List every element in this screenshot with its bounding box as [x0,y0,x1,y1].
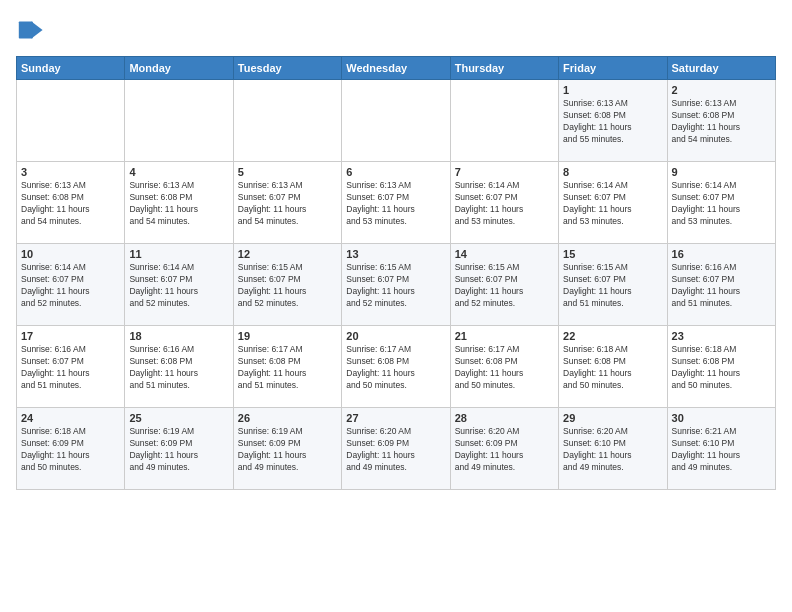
calendar-cell: 10Sunrise: 6:14 AM Sunset: 6:07 PM Dayli… [17,244,125,326]
day-number: 13 [346,248,445,260]
day-number: 19 [238,330,337,342]
calendar-cell: 27Sunrise: 6:20 AM Sunset: 6:09 PM Dayli… [342,408,450,490]
day-number: 11 [129,248,228,260]
day-info: Sunrise: 6:14 AM Sunset: 6:07 PM Dayligh… [129,262,228,310]
day-number: 5 [238,166,337,178]
calendar-cell [17,80,125,162]
day-info: Sunrise: 6:15 AM Sunset: 6:07 PM Dayligh… [563,262,662,310]
calendar-table: SundayMondayTuesdayWednesdayThursdayFrid… [16,56,776,490]
calendar-cell: 20Sunrise: 6:17 AM Sunset: 6:08 PM Dayli… [342,326,450,408]
day-number: 26 [238,412,337,424]
day-info: Sunrise: 6:20 AM Sunset: 6:09 PM Dayligh… [455,426,554,474]
day-number: 8 [563,166,662,178]
day-info: Sunrise: 6:16 AM Sunset: 6:07 PM Dayligh… [672,262,771,310]
day-number: 7 [455,166,554,178]
calendar-week-2: 3Sunrise: 6:13 AM Sunset: 6:08 PM Daylig… [17,162,776,244]
day-info: Sunrise: 6:14 AM Sunset: 6:07 PM Dayligh… [455,180,554,228]
calendar-cell: 14Sunrise: 6:15 AM Sunset: 6:07 PM Dayli… [450,244,558,326]
day-info: Sunrise: 6:18 AM Sunset: 6:08 PM Dayligh… [563,344,662,392]
day-number: 3 [21,166,120,178]
day-info: Sunrise: 6:16 AM Sunset: 6:07 PM Dayligh… [21,344,120,392]
day-number: 22 [563,330,662,342]
day-number: 29 [563,412,662,424]
day-info: Sunrise: 6:17 AM Sunset: 6:08 PM Dayligh… [238,344,337,392]
day-info: Sunrise: 6:17 AM Sunset: 6:08 PM Dayligh… [455,344,554,392]
day-info: Sunrise: 6:14 AM Sunset: 6:07 PM Dayligh… [21,262,120,310]
day-info: Sunrise: 6:14 AM Sunset: 6:07 PM Dayligh… [563,180,662,228]
day-number: 18 [129,330,228,342]
calendar-cell: 3Sunrise: 6:13 AM Sunset: 6:08 PM Daylig… [17,162,125,244]
day-number: 4 [129,166,228,178]
calendar-cell: 4Sunrise: 6:13 AM Sunset: 6:08 PM Daylig… [125,162,233,244]
day-info: Sunrise: 6:19 AM Sunset: 6:09 PM Dayligh… [238,426,337,474]
calendar-cell: 7Sunrise: 6:14 AM Sunset: 6:07 PM Daylig… [450,162,558,244]
calendar-cell: 21Sunrise: 6:17 AM Sunset: 6:08 PM Dayli… [450,326,558,408]
day-number: 1 [563,84,662,96]
calendar-cell: 25Sunrise: 6:19 AM Sunset: 6:09 PM Dayli… [125,408,233,490]
calendar-cell [450,80,558,162]
day-info: Sunrise: 6:14 AM Sunset: 6:07 PM Dayligh… [672,180,771,228]
column-header-saturday: Saturday [667,57,775,80]
column-header-wednesday: Wednesday [342,57,450,80]
day-number: 14 [455,248,554,260]
day-number: 12 [238,248,337,260]
calendar-cell: 6Sunrise: 6:13 AM Sunset: 6:07 PM Daylig… [342,162,450,244]
calendar-cell: 19Sunrise: 6:17 AM Sunset: 6:08 PM Dayli… [233,326,341,408]
calendar-cell: 23Sunrise: 6:18 AM Sunset: 6:08 PM Dayli… [667,326,775,408]
calendar-cell: 29Sunrise: 6:20 AM Sunset: 6:10 PM Dayli… [559,408,667,490]
calendar-cell: 24Sunrise: 6:18 AM Sunset: 6:09 PM Dayli… [17,408,125,490]
calendar-cell: 2Sunrise: 6:13 AM Sunset: 6:08 PM Daylig… [667,80,775,162]
calendar-cell: 16Sunrise: 6:16 AM Sunset: 6:07 PM Dayli… [667,244,775,326]
calendar-week-5: 24Sunrise: 6:18 AM Sunset: 6:09 PM Dayli… [17,408,776,490]
calendar-cell: 28Sunrise: 6:20 AM Sunset: 6:09 PM Dayli… [450,408,558,490]
calendar-header: SundayMondayTuesdayWednesdayThursdayFrid… [17,57,776,80]
day-number: 28 [455,412,554,424]
day-number: 10 [21,248,120,260]
calendar-cell: 1Sunrise: 6:13 AM Sunset: 6:08 PM Daylig… [559,80,667,162]
page-header [16,16,776,44]
day-number: 15 [563,248,662,260]
day-info: Sunrise: 6:16 AM Sunset: 6:08 PM Dayligh… [129,344,228,392]
day-info: Sunrise: 6:15 AM Sunset: 6:07 PM Dayligh… [346,262,445,310]
calendar-cell: 11Sunrise: 6:14 AM Sunset: 6:07 PM Dayli… [125,244,233,326]
day-info: Sunrise: 6:20 AM Sunset: 6:09 PM Dayligh… [346,426,445,474]
calendar-cell: 30Sunrise: 6:21 AM Sunset: 6:10 PM Dayli… [667,408,775,490]
column-header-monday: Monday [125,57,233,80]
header-row: SundayMondayTuesdayWednesdayThursdayFrid… [17,57,776,80]
day-info: Sunrise: 6:17 AM Sunset: 6:08 PM Dayligh… [346,344,445,392]
logo [16,16,48,44]
calendar-week-4: 17Sunrise: 6:16 AM Sunset: 6:07 PM Dayli… [17,326,776,408]
day-info: Sunrise: 6:15 AM Sunset: 6:07 PM Dayligh… [455,262,554,310]
column-header-tuesday: Tuesday [233,57,341,80]
calendar-cell: 18Sunrise: 6:16 AM Sunset: 6:08 PM Dayli… [125,326,233,408]
calendar-body: 1Sunrise: 6:13 AM Sunset: 6:08 PM Daylig… [17,80,776,490]
svg-rect-1 [19,22,33,39]
day-number: 16 [672,248,771,260]
calendar-cell: 12Sunrise: 6:15 AM Sunset: 6:07 PM Dayli… [233,244,341,326]
day-info: Sunrise: 6:13 AM Sunset: 6:07 PM Dayligh… [238,180,337,228]
day-info: Sunrise: 6:19 AM Sunset: 6:09 PM Dayligh… [129,426,228,474]
calendar-cell: 9Sunrise: 6:14 AM Sunset: 6:07 PM Daylig… [667,162,775,244]
day-info: Sunrise: 6:13 AM Sunset: 6:08 PM Dayligh… [563,98,662,146]
calendar-week-3: 10Sunrise: 6:14 AM Sunset: 6:07 PM Dayli… [17,244,776,326]
day-info: Sunrise: 6:15 AM Sunset: 6:07 PM Dayligh… [238,262,337,310]
calendar-week-1: 1Sunrise: 6:13 AM Sunset: 6:08 PM Daylig… [17,80,776,162]
day-number: 17 [21,330,120,342]
column-header-sunday: Sunday [17,57,125,80]
day-info: Sunrise: 6:20 AM Sunset: 6:10 PM Dayligh… [563,426,662,474]
day-info: Sunrise: 6:13 AM Sunset: 6:08 PM Dayligh… [129,180,228,228]
svg-marker-0 [31,22,42,39]
day-info: Sunrise: 6:18 AM Sunset: 6:08 PM Dayligh… [672,344,771,392]
calendar-cell [342,80,450,162]
calendar-cell: 17Sunrise: 6:16 AM Sunset: 6:07 PM Dayli… [17,326,125,408]
day-info: Sunrise: 6:13 AM Sunset: 6:08 PM Dayligh… [672,98,771,146]
day-number: 21 [455,330,554,342]
calendar-cell: 13Sunrise: 6:15 AM Sunset: 6:07 PM Dayli… [342,244,450,326]
day-number: 23 [672,330,771,342]
column-header-friday: Friday [559,57,667,80]
calendar-cell [125,80,233,162]
day-info: Sunrise: 6:13 AM Sunset: 6:07 PM Dayligh… [346,180,445,228]
calendar-cell: 5Sunrise: 6:13 AM Sunset: 6:07 PM Daylig… [233,162,341,244]
day-number: 6 [346,166,445,178]
day-number: 30 [672,412,771,424]
